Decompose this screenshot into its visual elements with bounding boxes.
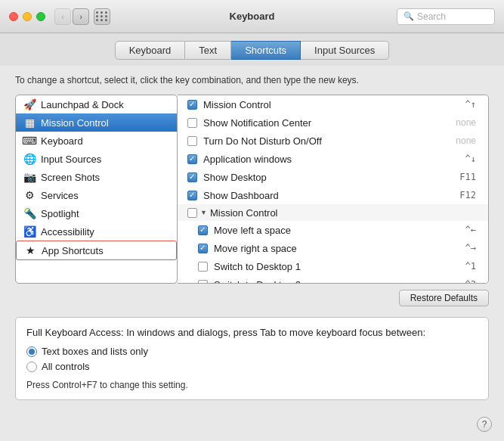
sidebar-item-accessibility[interactable]: ♿ Accessibility: [16, 222, 177, 241]
left-panel[interactable]: 🚀 Launchpad & Dock ▦ Mission Control ⌨ K…: [15, 95, 178, 284]
table-row[interactable]: Switch to Desktop 2 ^2: [178, 275, 488, 284]
checkbox-desktop-1[interactable]: [198, 262, 208, 272]
table-row[interactable]: ✓ Move left a space ^←: [178, 221, 488, 239]
content-area: To change a shortcut, select it, click t…: [0, 66, 504, 409]
checkbox-cell[interactable]: ✓: [184, 100, 200, 110]
section-header-label: Mission Control: [210, 207, 278, 219]
sidebar-item-label: App Shortcuts: [42, 245, 104, 256]
row-label: Show Notification Center: [200, 117, 456, 129]
sidebar-item-label: Services: [41, 190, 79, 201]
checkbox-cell: [184, 208, 200, 218]
row-shortcut: ^2: [452, 279, 482, 284]
checkbox-section[interactable]: [187, 208, 197, 218]
help-button[interactable]: ?: [477, 417, 492, 432]
bottom-section: Full Keyboard Access: In windows and dia…: [15, 317, 489, 400]
checkbox-desktop-2[interactable]: [198, 280, 208, 284]
row-label: Turn Do Not Disturb On/Off: [200, 135, 456, 147]
checkbox-cell[interactable]: ✓: [184, 154, 200, 164]
maximize-button[interactable]: [36, 12, 45, 21]
checkbox-app-windows[interactable]: ✓: [187, 154, 197, 164]
row-shortcut: ^↓: [452, 154, 482, 164]
sidebar-item-input-sources[interactable]: 🌐 Input Sources: [16, 150, 177, 168]
radio-circle-all-controls[interactable]: [26, 362, 37, 372]
window-title: Keyboard: [230, 11, 275, 22]
right-panel[interactable]: ✓ Mission Control ^↑ Show Notification C…: [178, 95, 489, 284]
sidebar-item-label: Spotlight: [41, 208, 79, 219]
table-row[interactable]: ✓ Mission Control ^↑: [178, 95, 488, 113]
table-row[interactable]: ✓ Show Dashboard F12: [178, 186, 488, 204]
sidebar-item-launchpad[interactable]: 🚀 Launchpad & Dock: [16, 95, 177, 113]
sidebar-item-keyboard[interactable]: ⌨ Keyboard: [16, 132, 177, 150]
table-row[interactable]: ✓ Show Desktop F11: [178, 168, 488, 186]
app-shortcuts-icon: ★: [24, 244, 36, 256]
checkbox-cell[interactable]: [184, 136, 200, 146]
restore-defaults-row: Restore Defaults: [15, 290, 489, 306]
table-row[interactable]: ✓ Move right a space ^→: [178, 239, 488, 257]
checkbox-cell[interactable]: ✓: [194, 244, 211, 253]
sidebar-item-screen-shots[interactable]: 📷 Screen Shots: [16, 168, 177, 186]
checkbox-mission-control[interactable]: ✓: [187, 100, 197, 110]
row-shortcut: ^1: [452, 261, 482, 272]
sidebar-item-spotlight[interactable]: 🔦 Spotlight: [16, 204, 177, 222]
spotlight-icon: 🔦: [23, 207, 36, 219]
table-row[interactable]: Show Notification Center none: [178, 113, 488, 132]
tabbar: Keyboard Text Shortcuts Input Sources: [0, 33, 504, 66]
table-row[interactable]: Switch to Desktop 1 ^1: [178, 257, 488, 275]
search-box[interactable]: 🔍 Search: [397, 8, 495, 25]
full-keyboard-access-title: Full Keyboard Access: In windows and dia…: [26, 327, 478, 338]
checkbox-show-desktop[interactable]: ✓: [187, 172, 197, 182]
checkbox-show-dashboard[interactable]: ✓: [187, 191, 197, 200]
apps-grid-icon: [96, 11, 108, 21]
checkbox-move-right[interactable]: ✓: [198, 244, 208, 253]
traffic-lights: [9, 12, 45, 21]
tab-keyboard[interactable]: Keyboard: [115, 41, 186, 60]
radio-all-controls[interactable]: All controls: [26, 361, 478, 372]
row-label: Move right a space: [211, 243, 452, 254]
checkbox-cell[interactable]: [184, 118, 200, 128]
tab-text[interactable]: Text: [185, 41, 231, 60]
sidebar-item-label: Keyboard: [41, 135, 83, 147]
row-label: Move left a space: [211, 225, 452, 236]
checkbox-cell[interactable]: [194, 280, 211, 284]
table-row[interactable]: ✓ Application windows ^↓: [178, 150, 488, 168]
bottom-note: Press Control+F7 to change this setting.: [26, 380, 478, 390]
checkbox-do-not-disturb[interactable]: [187, 136, 197, 146]
minimize-button[interactable]: [23, 12, 32, 21]
close-button[interactable]: [9, 12, 18, 21]
accessibility-icon: ♿: [23, 225, 36, 238]
sidebar-item-label: Screen Shots: [41, 172, 100, 183]
triangle-icon: ▼: [200, 209, 207, 216]
search-placeholder: Search: [417, 11, 446, 22]
table-row[interactable]: Turn Do Not Disturb On/Off none: [178, 132, 488, 150]
input-sources-icon: 🌐: [23, 153, 36, 165]
row-none: none: [456, 135, 482, 146]
checkbox-cell[interactable]: ✓: [184, 172, 200, 182]
sidebar-item-services[interactable]: ⚙ Services: [16, 186, 177, 204]
back-button[interactable]: ‹: [54, 8, 71, 25]
mission-control-icon: ▦: [23, 116, 36, 129]
radio-label-text-boxes: Text boxes and lists only: [42, 346, 148, 357]
checkbox-show-notification[interactable]: [187, 118, 197, 128]
sidebar-item-app-shortcuts[interactable]: ★ App Shortcuts: [16, 241, 177, 260]
services-icon: ⚙: [23, 189, 36, 201]
restore-defaults-button[interactable]: Restore Defaults: [399, 290, 489, 306]
row-shortcut: ^←: [452, 225, 482, 235]
sidebar-item-mission-control[interactable]: ▦ Mission Control: [16, 113, 177, 132]
tab-input-sources[interactable]: Input Sources: [301, 41, 389, 60]
row-label: Show Desktop: [200, 172, 452, 183]
keyboard-icon: ⌨: [23, 135, 36, 147]
forward-button[interactable]: ›: [73, 8, 89, 25]
radio-circle-text-boxes[interactable]: [26, 346, 37, 357]
section-header-mission-control[interactable]: ▼ Mission Control: [178, 204, 488, 221]
apps-grid-button[interactable]: [94, 8, 110, 25]
checkbox-cell[interactable]: [194, 262, 211, 272]
radio-text-boxes[interactable]: Text boxes and lists only: [26, 346, 478, 357]
row-shortcut: ^→: [452, 243, 482, 253]
checkbox-cell[interactable]: ✓: [184, 191, 200, 200]
tab-shortcuts[interactable]: Shortcuts: [231, 41, 301, 60]
radio-selected-indicator: [29, 349, 35, 355]
checkbox-move-left[interactable]: ✓: [198, 225, 208, 235]
checkbox-cell[interactable]: ✓: [194, 225, 211, 235]
sidebar-item-label: Launchpad & Dock: [41, 99, 124, 110]
radio-label-all-controls: All controls: [42, 361, 90, 372]
